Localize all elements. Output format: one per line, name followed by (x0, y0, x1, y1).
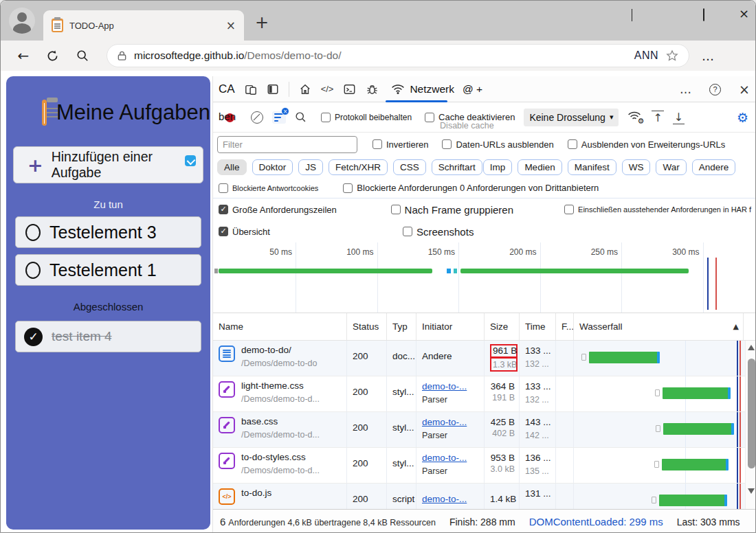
har-import-button[interactable]: ↑ (652, 111, 663, 124)
filter-chip-andere[interactable]: Andere (692, 159, 736, 175)
refresh-button[interactable] (46, 49, 61, 63)
waterfall-bar[interactable] (663, 423, 732, 435)
todo-list-item[interactable]: Testelement 3 (15, 216, 201, 248)
browser-tab[interactable]: TODO-App × (43, 10, 244, 41)
network-search-icon[interactable] (295, 111, 307, 123)
har-export-button[interactable]: ↓ (673, 111, 685, 124)
column-header-f[interactable]: F... (556, 313, 574, 340)
request-name[interactable]: light-theme.css (241, 381, 320, 391)
inspect-tool-glitch[interactable]: CA (219, 82, 235, 96)
todo-list-item[interactable]: Testelement 1 (15, 254, 201, 286)
waterfall-bar[interactable] (663, 387, 729, 399)
preserve-log-checkbox[interactable]: Protokoll beibehalten (321, 113, 412, 122)
network-option-checkbox[interactable]: Nach Frame gruppieren (391, 204, 559, 216)
devtools-more-menu-icon[interactable]: … (680, 82, 691, 96)
welcome-home-icon[interactable] (299, 83, 311, 95)
filter-chip-schriftart[interactable]: Schriftart (432, 159, 482, 175)
network-option-checkbox[interactable]: ✓Große Anforderungszeilen (219, 205, 386, 215)
done-list-item[interactable]: ✓test item 4 (15, 321, 201, 352)
devtools-close-icon[interactable]: × (739, 82, 750, 97)
column-header-status[interactable]: Status (347, 313, 387, 340)
filter-chip-war[interactable]: War (656, 159, 686, 175)
elements-code-icon[interactable]: </> (321, 84, 334, 94)
initiator-link[interactable]: demo-to-... (422, 494, 480, 504)
add-task-button[interactable]: + Hinzufügen einer Aufgabe (13, 146, 203, 183)
column-header-initiator[interactable]: Initiator (416, 313, 485, 340)
device-emulation-icon[interactable] (245, 83, 257, 95)
filter-chip-js[interactable]: JS (298, 159, 323, 175)
filter-chip-ws[interactable]: WS (622, 159, 651, 175)
waterfall-bar[interactable] (662, 459, 726, 470)
more-tabs-glitch[interactable]: @ + (463, 83, 482, 95)
column-header-typ[interactable]: Typ (387, 313, 416, 340)
scroll-up-icon[interactable] (748, 345, 755, 350)
profile-avatar[interactable] (9, 8, 35, 34)
request-row[interactable]: base.css/Demos/demo-to-d...200styl...dem… (213, 412, 756, 448)
request-name[interactable]: to-do-styles.css (241, 452, 320, 462)
scroll-down-icon[interactable] (748, 488, 755, 494)
sort-arrow-icon[interactable]: ▲ (733, 322, 739, 331)
filter-option-checkbox[interactable]: Invertieren (373, 139, 428, 150)
todo-circle-icon[interactable] (25, 224, 41, 241)
filter-chip-fetch-xhr[interactable]: Fetch/XHR (329, 159, 388, 175)
record-button[interactable]: ben (219, 111, 242, 124)
network-conditions-icon[interactable]: ⚙ (627, 111, 643, 124)
filter-chip-manifest[interactable]: Manifest (568, 159, 616, 175)
filter-option-checkbox[interactable]: Daten-URLs ausblenden (442, 139, 553, 150)
waterfall-bar[interactable] (659, 495, 725, 506)
clear-icon[interactable] (251, 111, 263, 124)
throttling-select[interactable]: Keine Drosselung ▾ (524, 109, 619, 126)
todo-circle-icon[interactable] (25, 262, 41, 279)
back-button[interactable]: ← (16, 47, 31, 64)
network-option-checkbox[interactable]: Screenshots (403, 226, 583, 238)
favorite-star-icon[interactable] (665, 49, 679, 63)
filter-chip-imp[interactable]: Imp (483, 159, 513, 175)
request-row[interactable]: demo-to-do//Demos/demo-to-do200doc...And… (213, 341, 756, 376)
search-button[interactable] (76, 49, 91, 62)
tab-network[interactable]: Netzwerk (388, 76, 457, 102)
debugger-bug-icon[interactable] (366, 83, 379, 95)
scrollbar-thumb[interactable] (748, 359, 755, 468)
filter-chip-doktor[interactable]: Doktor (252, 159, 293, 175)
request-name[interactable]: to-do.js (241, 488, 271, 498)
column-header-name[interactable]: Name (213, 313, 347, 340)
filter-option-checkbox[interactable]: Ausblenden von Erweiterungs-URLs (568, 139, 726, 150)
request-row[interactable]: to-do-styles.css/Demos/demo-to-d...200st… (213, 448, 756, 484)
help-icon[interactable]: ? (709, 84, 721, 95)
url-bar[interactable]: microsoftedge.github.io/Demos/demo-to-do… (107, 44, 689, 67)
table-scrollbar[interactable] (745, 341, 756, 509)
dock-side-icon[interactable] (267, 83, 279, 95)
filter-chip-alle[interactable]: Alle (217, 159, 247, 175)
browser-menu-button[interactable]: … (702, 49, 715, 63)
profile-name[interactable]: ANN (634, 49, 658, 62)
network-overview-timeline[interactable]: 50 ms100 ms150 ms200 ms250 ms300 ms (213, 242, 756, 313)
network-settings-gear-icon[interactable]: ⚙ (737, 110, 748, 125)
waterfall-bar[interactable] (589, 352, 658, 363)
initiator-link[interactable]: demo-to-... (422, 381, 480, 392)
network-option-checkbox[interactable]: ✓Übersicht (219, 227, 397, 237)
filter-toggle-icon[interactable]: × (272, 111, 286, 124)
console-icon[interactable] (343, 83, 356, 95)
filter-chip-css[interactable]: CSS (393, 159, 426, 175)
window-close-button[interactable]: × (739, 9, 748, 19)
column-header-time[interactable]: Time (520, 313, 556, 340)
tab-close-icon[interactable]: × (226, 19, 236, 32)
initiator-link[interactable]: demo-to-... (422, 417, 480, 427)
blocked-checkbox[interactable]: Blockierte Antwortcookies (219, 183, 318, 193)
network-option-checkbox[interactable]: Einschließen ausstehender Anforderungen … (564, 205, 751, 214)
filter-chip-medien[interactable]: Medien (518, 159, 562, 175)
checkmark-icon[interactable]: ✓ (24, 328, 43, 346)
column-header-wasserfall[interactable]: Wasserfall (574, 313, 744, 340)
tab-search-chevron-icon[interactable] (632, 9, 632, 21)
request-name[interactable]: base.css (241, 416, 320, 427)
request-row[interactable]: light-theme.css/Demos/demo-to-d...200sty… (213, 376, 756, 412)
new-tab-button[interactable]: + (255, 13, 269, 32)
initiator-link[interactable]: demo-to-... (422, 453, 480, 463)
column-header-size[interactable]: Size (485, 313, 520, 340)
blocked-checkbox[interactable]: Blockierte Anforderungen 0 Anforderungen… (343, 183, 599, 193)
request-row[interactable]: </>to-do.js200scriptdemo-to-...1.4 kB131… (213, 484, 756, 509)
maximize-button[interactable] (703, 8, 704, 21)
filter-input[interactable] (217, 136, 357, 153)
request-name[interactable]: demo-to-do/ (241, 345, 317, 355)
disable-cache-checkbox[interactable]: Cache deaktivieren Disable cache (425, 112, 515, 122)
